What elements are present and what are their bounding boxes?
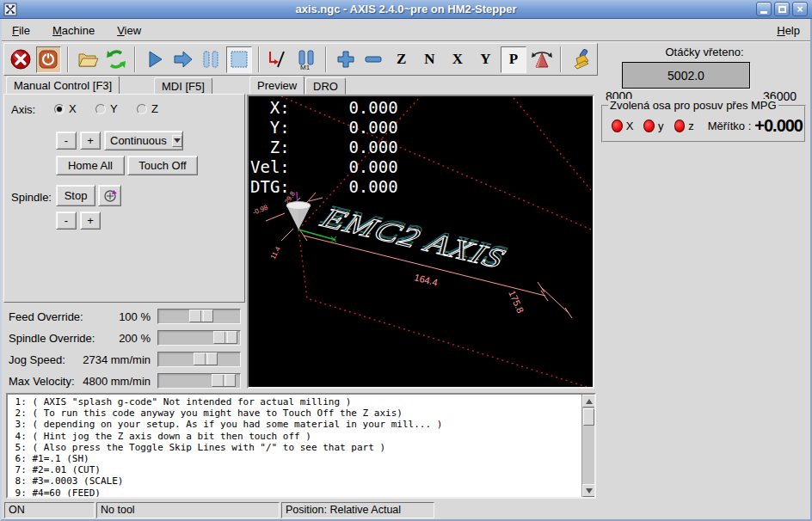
gcode-line[interactable]: 6:#1=.1 (SH) [9,453,594,464]
tab-preview[interactable]: Preview [249,76,304,95]
tab-mdi[interactable]: MDI [F5] [154,77,212,95]
minimize-button[interactable] [756,2,772,16]
run-step-button[interactable] [170,46,196,73]
reload-icon [105,48,127,70]
gcode-line[interactable]: 1:( AXIS "splash g-code" Not intended fo… [9,396,594,408]
axis-label: Axis: [11,103,35,116]
dim-length-label: 164.4 [414,272,440,287]
statusbar: ON No tool Position: Relative Actual [2,500,810,519]
dim-width-label: 175.8 [507,289,526,315]
gcode-line[interactable]: 3:( depending on your setup. As if you h… [9,419,594,430]
maximize-button[interactable] [774,2,790,16]
radio-indicator [137,104,147,114]
skip-lines-icon [267,48,289,70]
menu-machine[interactable]: Machine [51,22,96,39]
slider-handle[interactable] [213,331,237,344]
spindle-rpm-title: Otáčky vřeteno: [599,43,810,58]
toolbar-separator [325,46,327,72]
gcode-line[interactable]: 2:( To run this code anyway you might ha… [9,408,594,419]
open-file-button[interactable] [75,46,101,73]
clear-plot-button[interactable] [568,46,594,73]
view-x-button[interactable]: X [445,46,471,73]
feed-override-slider[interactable] [157,309,241,324]
radio-indicator [95,104,106,114]
machine-power-button[interactable] [36,46,62,73]
zoom-out-button[interactable] [360,46,386,73]
preview-canvas[interactable]: EMC2 AXIS EMC2 AXIS 164.4 175.8 -0.98 29… [247,95,594,389]
menu-file[interactable]: File [10,22,32,39]
slider-handle[interactable] [189,310,213,322]
dro-label: Y: [250,118,290,138]
app-icon[interactable] [3,3,17,16]
spindle-rpm-panel: Otáčky vřeteno: 5002.0 8000 36000 Zvolen… [599,43,810,146]
axis-radio-x[interactable]: X [54,102,77,115]
scrollbar-thumb[interactable] [583,408,594,426]
touch-off-button[interactable]: Touch Off [127,156,198,175]
gcode-line[interactable]: 9:#4=60 (FEED) [9,487,594,499]
gcode-scrollbar[interactable] [581,395,594,497]
optional-stop-button[interactable]: M1 [293,46,319,73]
pause-button[interactable] [198,46,224,73]
view-y-button[interactable]: Y [473,46,499,73]
jog-minus-button[interactable]: - [56,132,77,150]
mpg-led-z[interactable] [674,120,686,132]
power-icon [38,49,58,70]
view-z2-button[interactable]: N [417,46,443,73]
dro-label: DTG: [250,177,290,197]
mpg-led-y[interactable] [643,120,655,132]
toolbar-separator [258,46,260,72]
mpg-led-x[interactable] [612,120,623,132]
spindle-override-slider[interactable] [157,330,241,346]
run-button[interactable] [142,46,168,73]
estop-button[interactable] [8,46,34,73]
jog-speed-slider[interactable] [157,352,241,367]
step-arrow-icon [172,48,194,70]
gcode-listing[interactable]: 1:( AXIS "splash g-code" Not intended fo… [6,393,596,499]
dro-value: 0.000 [290,177,398,197]
slider-handle[interactable] [194,352,218,365]
reload-button[interactable] [103,46,129,73]
gcode-line[interactable]: 5:( Also press the Toggle Skip Lines wit… [9,442,594,453]
rotate-view-button[interactable] [529,46,555,73]
minus-icon [363,49,384,70]
gcode-line[interactable]: 7:#2=.01 (CUT) [9,464,594,475]
menu-help[interactable]: Help [775,22,802,39]
tab-dro[interactable]: DRO [305,77,346,95]
arrow-up-icon [586,399,593,404]
scroll-up-button[interactable] [582,395,595,408]
slider-handle[interactable] [212,374,236,387]
view-z-button[interactable]: Z [389,46,415,73]
broom-icon [569,48,592,70]
pause-icon [200,49,221,70]
menubar: File Machine View Help [2,19,810,42]
spindle-stop-button[interactable]: Stop [56,185,95,206]
spindle-plus-button[interactable]: + [80,211,101,230]
gcode-line[interactable]: 8:#3=.0003 (SCALE) [9,475,594,487]
view-p-button[interactable]: P [501,46,526,73]
dro-readout: X:0.000 Y:0.000 Z:0.000 Vel:0.000 DTG:0.… [250,98,398,197]
tab-manual-control[interactable]: Manual Control [F3] [6,76,120,95]
close-icon: × [797,4,803,15]
axis-radio-y[interactable]: Y [95,102,118,115]
spindle-rpm-value: 5002.0 [667,69,704,83]
spindle-minus-button[interactable]: - [56,211,77,230]
axis-radio-z[interactable]: Z [137,102,158,115]
scroll-down-button[interactable] [582,484,595,497]
stop-button[interactable] [226,46,252,73]
menu-view[interactable]: View [115,22,143,39]
jog-increment-dropdown[interactable]: Continuous [104,131,183,150]
close-button[interactable]: × [792,2,808,16]
home-all-button[interactable]: Home All [56,156,125,175]
max-velocity-slider[interactable] [157,373,241,389]
mpg-scale-label: Měřítko : [708,120,752,132]
titlebar[interactable]: axis.ngc - AXIS 2.4.0~pre on HM2-Stepper… [0,0,812,19]
mpg-label-x: X [626,120,634,132]
zoom-in-button[interactable] [333,46,359,73]
gcode-line[interactable]: 4:( Hint jog the Z axis down a bit then … [9,431,594,442]
dro-value: 0.000 [290,157,398,177]
toggle-skip-lines-button[interactable] [266,46,292,73]
jog-plus-button[interactable]: + [80,132,101,150]
max-velocity-value: 4800 mm/min [2,375,151,388]
mpg-axis-group: Zvolená osa pro posuv přes MPG X y z Měř… [601,105,806,143]
spindle-forward-button[interactable] [98,185,121,206]
